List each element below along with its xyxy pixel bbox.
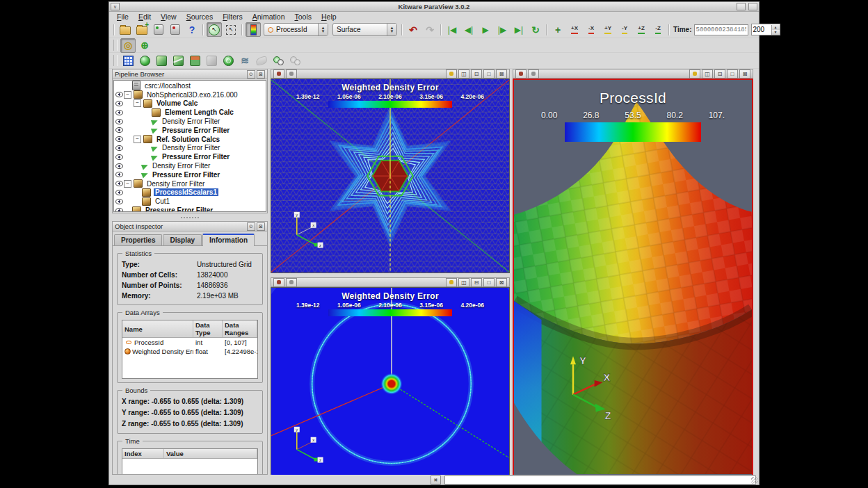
split-horizontal-button[interactable]: ◫: [458, 278, 469, 287]
visibility-eye-icon[interactable]: [114, 163, 124, 169]
processid-render[interactable]: Y X Z: [514, 80, 752, 474]
pipeline-item-processidscalars1[interactable]: ProcessIdScalars1: [114, 188, 266, 197]
set-view-plus-x-button[interactable]: +X: [567, 22, 582, 37]
pipeline-item-density-error-filter[interactable]: Density Error Filter: [114, 144, 266, 153]
maximize-button[interactable]: □: [727, 70, 738, 79]
link-camera-button[interactable]: [528, 70, 539, 79]
render-view-wireframe[interactable]: ◫⊟□⊠: [271, 69, 510, 273]
camera-button[interactable]: [515, 70, 527, 79]
close-button[interactable]: ⊠: [496, 278, 507, 287]
lookmark-button[interactable]: [446, 70, 457, 79]
menu-file[interactable]: File: [112, 13, 134, 21]
link-camera-button[interactable]: [286, 70, 297, 79]
visibility-eye-icon[interactable]: [114, 199, 124, 204]
data-arrays-table[interactable]: Name Data Type Data Ranges ProcessIdint[…: [122, 320, 258, 379]
menu-view[interactable]: View: [156, 13, 182, 21]
set-view-plus-z-button[interactable]: +Z: [634, 22, 649, 37]
save-data-button[interactable]: [134, 22, 150, 37]
loop-button[interactable]: ↻: [528, 22, 543, 37]
maximize-button[interactable]: □: [483, 70, 495, 79]
frame-input[interactable]: [752, 26, 771, 33]
redo-button[interactable]: ↷: [422, 22, 437, 37]
representation-combo[interactable]: Surface ▲▼: [332, 23, 397, 36]
pipeline-item-pressure-error-filter[interactable]: Pressure Error Filter: [114, 206, 266, 212]
split-horizontal-button[interactable]: ◫: [458, 70, 469, 79]
visibility-eye-icon[interactable]: [114, 154, 124, 160]
glyph-button[interactable]: [220, 54, 236, 68]
visibility-eye-icon[interactable]: [114, 92, 124, 97]
set-view-plus-y-button[interactable]: +Y: [600, 22, 616, 37]
set-view-minus-y-button[interactable]: -Y: [617, 22, 632, 37]
close-panel-icon[interactable]: ⊠: [257, 222, 265, 231]
render-view-slice[interactable]: ◫⊟□⊠: [271, 277, 510, 478]
expander-icon[interactable]: −: [134, 136, 141, 143]
last-frame-button[interactable]: ▶|: [511, 22, 527, 37]
tab-display[interactable]: Display: [163, 234, 202, 245]
pipeline-item-density-error-filter[interactable]: −Density Error Filter: [114, 179, 266, 188]
expander-icon[interactable]: −: [124, 180, 131, 188]
select-cells-button[interactable]: ↖: [207, 22, 222, 37]
visibility-eye-icon[interactable]: [114, 110, 124, 115]
set-view-minus-x-button[interactable]: -X: [584, 22, 599, 37]
data-array-row[interactable]: ProcessIdint[0, 107]: [122, 338, 257, 347]
resize-grip-icon[interactable]: [751, 477, 758, 484]
pipeline-item-density-error-filter[interactable]: Density Error Filter: [114, 117, 266, 126]
visibility-eye-icon[interactable]: [114, 208, 124, 212]
spin-arrows-icon[interactable]: ▲▼: [771, 25, 780, 35]
expander-icon[interactable]: −: [124, 91, 131, 99]
close-button[interactable]: ⊠: [739, 70, 750, 79]
visibility-eye-icon[interactable]: [114, 101, 124, 106]
show-center-axes-button[interactable]: ◎: [120, 38, 136, 53]
lookmark-button[interactable]: [689, 70, 700, 79]
clip-button[interactable]: [154, 54, 169, 68]
time-input[interactable]: [694, 24, 748, 35]
wireframe-render[interactable]: y x z: [271, 79, 509, 273]
window-menu-button[interactable]: v: [111, 3, 120, 10]
visibility-eye-icon[interactable]: [114, 119, 124, 124]
split-vertical-button[interactable]: ⊟: [471, 278, 482, 287]
pipeline-item-csrc-localhost[interactable]: csrc://localhost: [114, 81, 266, 90]
stream-tracer-button[interactable]: ≋: [237, 54, 252, 68]
column-header[interactable]: Name: [122, 320, 193, 337]
close-button[interactable]: ⊠: [496, 70, 507, 79]
pipeline-item-pressure-error-filter[interactable]: Pressure Error Filter: [114, 126, 266, 135]
disconnect-server-button[interactable]: [168, 22, 183, 37]
menu-help[interactable]: Help: [316, 13, 341, 21]
pick-center-button[interactable]: ⊕: [137, 38, 152, 53]
warp-button[interactable]: [254, 54, 269, 68]
menu-sources[interactable]: Sources: [182, 13, 218, 21]
pipeline-item-pressure-error-filter[interactable]: Pressure Error Filter: [114, 170, 266, 179]
visibility-eye-icon[interactable]: [114, 181, 124, 186]
split-vertical-button[interactable]: ⊟: [714, 70, 725, 79]
visibility-eye-icon[interactable]: [114, 136, 124, 142]
window-titlebar[interactable]: v Kitware ParaView 3.0.2: [109, 2, 759, 12]
camera-button[interactable]: [273, 278, 284, 287]
minimize-icon[interactable]: [737, 3, 746, 10]
next-frame-button[interactable]: |▶: [495, 22, 510, 37]
column-header[interactable]: Data Ranges: [223, 320, 257, 337]
column-header[interactable]: Value: [164, 449, 257, 458]
maximize-button[interactable]: □: [483, 278, 495, 287]
menu-edit[interactable]: Edit: [134, 13, 156, 21]
reset-camera-button[interactable]: +: [550, 22, 565, 37]
undo-button[interactable]: ↶: [405, 22, 421, 37]
lookmark-button[interactable]: [446, 278, 457, 287]
threshold-button[interactable]: [187, 54, 202, 68]
visibility-eye-icon[interactable]: [114, 190, 124, 195]
slice-render[interactable]: y x z: [271, 288, 509, 477]
pipeline-item-nohspherical3d-exo-216-000[interactable]: −NohSpherical3D.exo.216.000: [114, 90, 266, 99]
open-file-button[interactable]: [118, 22, 133, 37]
close-panel-icon[interactable]: ⊠: [257, 70, 265, 79]
frame-spinbox[interactable]: ▲▼: [751, 24, 780, 35]
column-header[interactable]: Index: [122, 449, 164, 458]
play-button[interactable]: ▶: [478, 22, 493, 37]
menu-filters[interactable]: Filters: [218, 13, 248, 21]
pipeline-item-pressure-error-filter[interactable]: Pressure Error Filter: [114, 152, 266, 161]
time-values-table[interactable]: Index Value: [122, 448, 258, 474]
contour-button[interactable]: [137, 54, 152, 68]
expander-icon[interactable]: −: [134, 99, 141, 107]
ungroup-button[interactable]: [287, 54, 303, 68]
tab-properties[interactable]: Properties: [114, 234, 162, 245]
abort-button[interactable]: ✖: [431, 475, 441, 485]
column-header[interactable]: Data Type: [193, 320, 223, 337]
